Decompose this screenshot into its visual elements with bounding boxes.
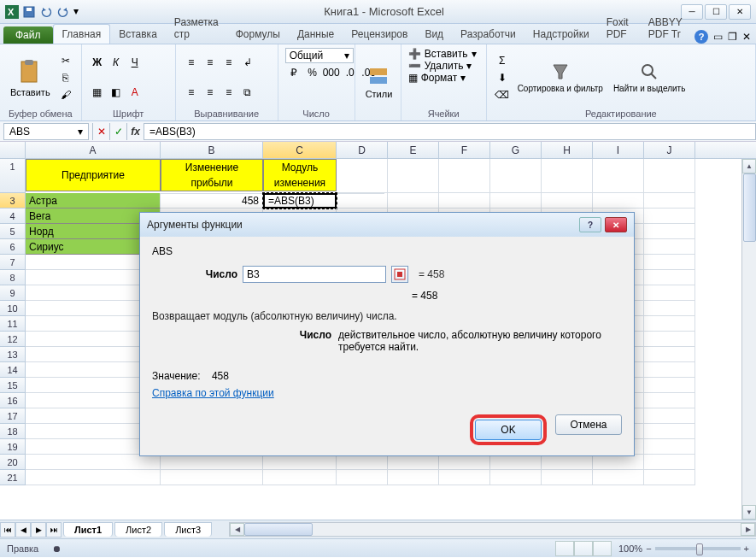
number-format-dropdown[interactable]: Общий▾	[285, 48, 354, 63]
tab-home[interactable]: Главная	[53, 24, 111, 44]
cell[interactable]	[337, 193, 388, 209]
col-I[interactable]: I	[593, 142, 644, 158]
cell[interactable]	[490, 159, 542, 193]
copy-icon[interactable]: ⎘	[57, 70, 74, 85]
border-icon[interactable]: ▦	[89, 85, 106, 100]
col-A[interactable]: A	[26, 142, 161, 158]
cell[interactable]	[644, 209, 695, 224]
cell[interactable]	[644, 408, 695, 424]
function-help-link[interactable]: Справка по этой функции	[152, 387, 274, 399]
undo-icon[interactable]	[39, 5, 53, 19]
cell[interactable]	[439, 470, 490, 485]
bold-icon[interactable]: Ж	[89, 55, 106, 70]
cell[interactable]	[593, 455, 644, 470]
arg-input[interactable]: B3	[243, 266, 386, 283]
redo-icon[interactable]	[56, 5, 70, 19]
styles-button[interactable]: Стили	[362, 65, 396, 101]
cell[interactable]	[644, 301, 695, 316]
align-bot-icon[interactable]: ≡	[220, 55, 237, 70]
cell[interactable]	[644, 316, 695, 332]
cell[interactable]	[644, 285, 695, 301]
tab-developer[interactable]: Разработчи	[452, 25, 525, 44]
row-header[interactable]: 11	[0, 316, 26, 332]
sort-filter-button[interactable]: Сортировка и фильтр	[514, 60, 607, 95]
delete-cells-button[interactable]: ➖Удалить▾	[408, 60, 472, 72]
cell[interactable]	[593, 193, 644, 209]
cell[interactable]	[161, 455, 263, 470]
file-tab[interactable]: Файл	[3, 26, 53, 44]
maximize-button[interactable]: ☐	[705, 4, 727, 20]
view-normal-icon[interactable]	[555, 541, 574, 556]
fill-color-icon[interactable]: ◧	[108, 85, 125, 100]
sheet-tab-3[interactable]: Лист3	[164, 522, 212, 537]
cell[interactable]	[26, 455, 161, 470]
col-H[interactable]: H	[542, 142, 593, 158]
cell[interactable]	[263, 470, 337, 485]
cell[interactable]	[644, 332, 695, 347]
row-header[interactable]: 1	[0, 159, 26, 193]
row-header[interactable]: 9	[0, 285, 26, 301]
view-page-layout-icon[interactable]	[574, 541, 593, 556]
sheet-tab-1[interactable]: Лист1	[63, 522, 113, 537]
format-painter-icon[interactable]: 🖌	[57, 87, 74, 103]
autosum-icon[interactable]: Σ	[494, 53, 511, 68]
row-header[interactable]: 12	[0, 332, 26, 347]
cell[interactable]	[593, 159, 644, 193]
find-select-button[interactable]: Найти и выделить	[610, 60, 689, 95]
cell[interactable]	[388, 193, 439, 209]
zoom-level[interactable]: 100%	[618, 543, 642, 554]
ok-button[interactable]: OK	[475, 420, 542, 440]
align-mid-icon[interactable]: ≡	[202, 55, 219, 70]
cell[interactable]	[263, 455, 337, 470]
cell[interactable]	[644, 455, 695, 470]
cell[interactable]	[644, 193, 695, 209]
insert-cells-button[interactable]: ➕Вставить▾	[408, 48, 477, 60]
cell[interactable]	[337, 159, 388, 193]
cell[interactable]	[337, 455, 388, 470]
enter-formula-icon[interactable]: ✓	[109, 123, 126, 140]
cell[interactable]	[644, 159, 695, 193]
fx-icon[interactable]: fx	[126, 123, 144, 140]
col-E[interactable]: E	[388, 142, 439, 158]
cell[interactable]	[388, 159, 439, 193]
cell[interactable]	[644, 239, 695, 255]
align-top-icon[interactable]: ≡	[183, 55, 200, 70]
cell[interactable]	[439, 455, 490, 470]
select-all-corner[interactable]	[0, 142, 26, 158]
sheet-tab-2[interactable]: Лист2	[114, 522, 162, 537]
italic-icon[interactable]: К	[108, 55, 125, 70]
dialog-close-button[interactable]: ✕	[605, 217, 627, 232]
cell[interactable]	[439, 159, 490, 193]
align-center-icon[interactable]: ≡	[202, 85, 219, 100]
col-G[interactable]: G	[490, 142, 542, 158]
zoom-out-icon[interactable]: −	[646, 543, 651, 554]
col-B[interactable]: B	[161, 142, 263, 158]
save-icon[interactable]	[22, 5, 36, 19]
cell[interactable]: Предприятие	[26, 159, 161, 191]
tab-formulas[interactable]: Формулы	[227, 25, 289, 44]
cell[interactable]: Изменение прибыли	[161, 159, 263, 191]
row-header[interactable]: 19	[0, 439, 26, 455]
col-D[interactable]: D	[337, 142, 388, 158]
vertical-scrollbar[interactable]: ▲ ▼	[741, 159, 756, 520]
row-header[interactable]: 17	[0, 408, 26, 424]
font-color-icon[interactable]: A	[126, 85, 144, 100]
comma-icon[interactable]: 000	[323, 65, 340, 80]
row-header[interactable]: 10	[0, 301, 26, 316]
tab-addins[interactable]: Надстройки	[525, 25, 598, 44]
row-header[interactable]: 7	[0, 255, 26, 270]
format-cells-button[interactable]: ▦Формат▾	[408, 72, 466, 84]
cell[interactable]	[644, 362, 695, 378]
cell[interactable]	[644, 378, 695, 393]
tab-page-layout[interactable]: Разметка стр	[166, 13, 227, 44]
formula-input[interactable]: =ABS(B3)	[144, 123, 756, 140]
row-header[interactable]: 8	[0, 270, 26, 285]
row-header[interactable]: 18	[0, 424, 26, 439]
zoom-in-icon[interactable]: +	[744, 543, 749, 554]
view-page-break-icon[interactable]	[593, 541, 612, 556]
macro-record-icon[interactable]: ⏺	[52, 543, 62, 554]
row-header[interactable]: 15	[0, 378, 26, 393]
wrap-icon[interactable]: ↲	[239, 55, 256, 70]
cell[interactable]	[542, 455, 593, 470]
zoom-slider[interactable]	[655, 547, 741, 550]
